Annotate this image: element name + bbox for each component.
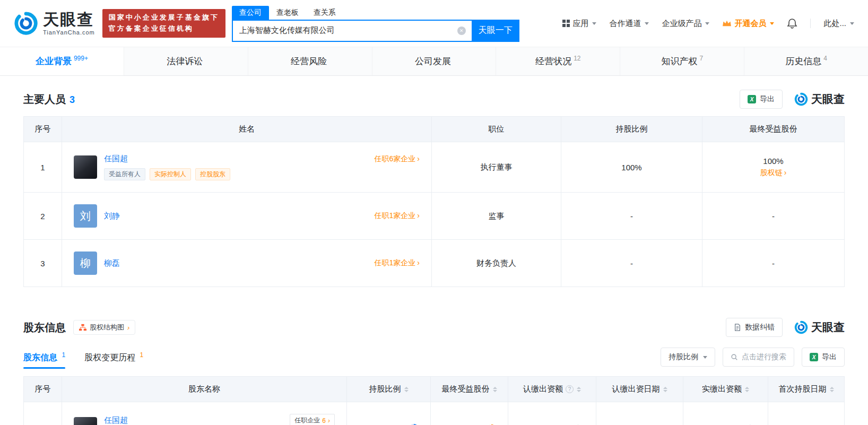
key-staff-section: 主要人员 3 导出 天眼查	[23, 90, 845, 287]
nav-enterprise-products[interactable]: 企业级产品	[662, 19, 709, 29]
gov-badge-line2: 官方备案企业征信机构	[109, 23, 219, 34]
sort-icon[interactable]	[404, 387, 409, 392]
search-tab-company[interactable]: 查公司	[232, 6, 269, 20]
tianyancha-watermark: 天眼查	[794, 92, 845, 107]
tab-intellectual-property[interactable]: 知识产权 7	[620, 47, 744, 75]
shareholder-sub-tabs: 股东信息 1 股权变更历程 1	[23, 352, 143, 369]
person-name-link[interactable]: 刘静	[104, 211, 120, 221]
positions-link[interactable]: 任职1家企业	[375, 258, 420, 268]
company-search-input[interactable]	[232, 20, 472, 42]
shareholders-section: 股东信息 股权结构图	[23, 318, 845, 425]
tab-operation-status[interactable]: 经营状况 12	[496, 47, 620, 75]
positions-pill[interactable]: 任职企业 6	[290, 414, 335, 425]
col-header-ratio: 持股比例	[561, 117, 702, 142]
top-navigation: 应用 合作通道 企业级产品 开通会员	[562, 18, 854, 29]
sort-icon[interactable]	[577, 387, 581, 392]
cell-benefit: -	[702, 240, 845, 287]
search-icon	[731, 353, 738, 361]
positions-link[interactable]: 任职6家企业	[375, 154, 420, 164]
crown-icon	[722, 20, 732, 27]
nav-apps-label: 应用	[572, 19, 588, 29]
sort-icon[interactable]	[830, 387, 834, 392]
apps-grid-icon	[562, 20, 570, 27]
clear-search-icon[interactable]	[457, 27, 466, 35]
tab-label: 公司发展	[415, 55, 451, 67]
nav-partner-channel[interactable]: 合作通道	[609, 19, 649, 29]
cell-ratio: 100%	[561, 142, 702, 193]
cell-position: 监事	[432, 193, 561, 240]
search-tab-relation[interactable]: 查关系	[306, 6, 343, 20]
col-header-subscribed-date[interactable]: 认缴出资日期	[596, 377, 683, 402]
avatar-letter[interactable]: 柳	[74, 251, 97, 275]
shareholder-name-link[interactable]: 任国超	[104, 415, 128, 425]
tab-history-info[interactable]: 历史信息 4	[744, 47, 868, 75]
col-header-paid-amount[interactable]: 实缴出资额	[683, 377, 768, 402]
sort-icon[interactable]	[745, 387, 749, 392]
equity-chain-link[interactable]: 股权链	[760, 168, 787, 178]
chevron-right-icon	[328, 417, 330, 424]
bell-icon	[787, 18, 797, 29]
top-header: 天眼查 TianYanCha.com 国家中小企业发展子基金旗下 官方备案企业征…	[0, 0, 868, 47]
col-header-first-holding-date[interactable]: 首次持股日期	[768, 377, 845, 402]
table-search-button[interactable]: 点击进行搜索	[723, 348, 794, 367]
holding-ratio-filter[interactable]: 持股比例	[661, 348, 715, 367]
tab-count: 7	[699, 55, 703, 62]
chevron-down-icon	[850, 22, 854, 25]
col-label: 实缴出资额	[702, 384, 742, 394]
tab-legal-proceedings[interactable]: 法律诉讼	[124, 47, 248, 75]
col-header-subscribed-amount[interactable]: 认缴出资额	[508, 377, 596, 402]
equity-structure-label: 股权结构图	[90, 323, 124, 332]
export-button[interactable]: 导出	[802, 348, 845, 367]
col-label: 首次持股日期	[779, 384, 827, 394]
col-header-index: 序号	[24, 377, 62, 402]
help-icon[interactable]	[566, 385, 574, 393]
filter-label: 持股比例	[669, 352, 698, 362]
tianyancha-logo[interactable]: 天眼查 TianYanCha.com	[14, 11, 95, 36]
nav-open-membership[interactable]: 开通会员	[722, 19, 774, 29]
avatar-photo[interactable]	[74, 417, 97, 425]
chevron-down-icon	[770, 22, 774, 25]
nav-apps[interactable]: 应用	[562, 19, 596, 29]
avatar-letter[interactable]: 刘	[74, 204, 97, 228]
col-label: 最终受益股份	[442, 384, 490, 394]
search-button[interactable]: 天眼一下	[472, 20, 519, 42]
avatar-photo[interactable]	[74, 155, 97, 179]
section-title-text: 股东信息	[23, 320, 66, 335]
tab-company-development[interactable]: 公司发展	[372, 47, 497, 75]
chevron-down-icon	[703, 356, 707, 359]
tab-company-background[interactable]: 企业背景 999+	[0, 47, 124, 75]
tag-actual-controller[interactable]: 实际控制人	[150, 168, 191, 180]
tab-operation-risk[interactable]: 经营风险	[248, 47, 372, 75]
equity-structure-button[interactable]: 股权结构图	[73, 320, 135, 335]
tag-controlling-shareholder[interactable]: 控股股东	[195, 168, 230, 180]
shareholders-table: 序号 股东名称 持股比例 最终受益股份 认缴出资额 认缴出资日期	[23, 376, 845, 425]
nav-vip-label: 开通会员	[734, 19, 766, 29]
export-button[interactable]: 导出	[740, 90, 783, 109]
col-header-benefit[interactable]: 最终受益股份	[431, 377, 508, 402]
col-header-shareholder-name: 股东名称	[62, 377, 347, 402]
data-correction-button[interactable]: 数据纠错	[726, 318, 783, 337]
notification-bell[interactable]	[787, 18, 797, 29]
positions-link[interactable]: 任职1家企业	[375, 211, 420, 221]
tab-shareholder-info[interactable]: 股东信息 1	[23, 352, 65, 369]
tab-equity-change-history[interactable]: 股权变更历程 1	[84, 352, 143, 369]
tag-beneficial-owner[interactable]: 受益所有人	[104, 168, 145, 180]
user-menu[interactable]: 此处...	[823, 19, 854, 29]
person-name-link[interactable]: 柳磊	[104, 258, 120, 268]
search-area: 查公司 查老板 查关系 天眼一下	[232, 5, 519, 42]
tab-label: 历史信息	[785, 55, 821, 67]
col-header-ratio[interactable]: 持股比例	[347, 377, 431, 402]
gov-certification-badge: 国家中小企业发展子基金旗下 官方备案企业征信机构	[102, 9, 225, 38]
sort-icon[interactable]	[493, 387, 497, 392]
tab-label: 知识产权	[661, 55, 697, 67]
cell-benefit: -	[702, 193, 845, 240]
chevron-down-icon	[645, 22, 649, 25]
watermark-label: 天眼查	[811, 320, 845, 335]
search-tab-boss[interactable]: 查老板	[269, 6, 306, 20]
watermark-label: 天眼查	[811, 92, 845, 107]
logo-title: 天眼查	[43, 12, 95, 28]
sort-icon[interactable]	[663, 387, 667, 392]
cell-subscribed-date: 2050-02-23	[596, 402, 683, 425]
export-label: 导出	[822, 352, 837, 362]
person-name-link[interactable]: 任国超	[104, 154, 128, 164]
